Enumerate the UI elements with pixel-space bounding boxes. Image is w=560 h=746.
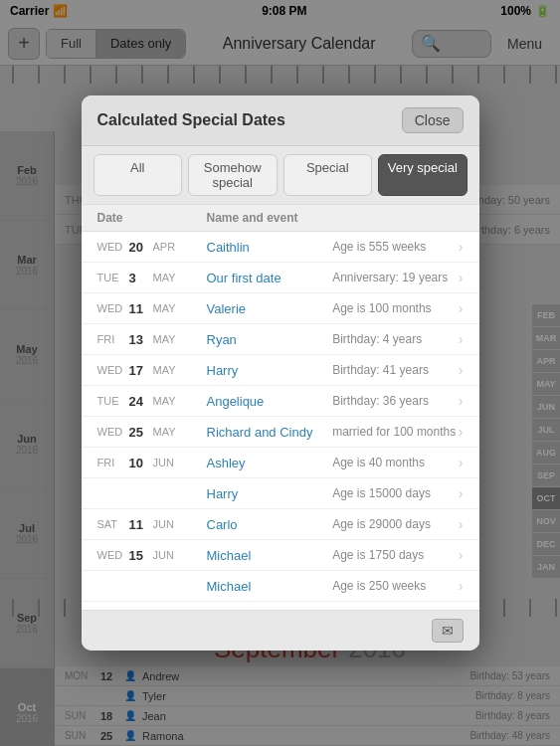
filter-tab-very-special[interactable]: Very special [378,154,467,196]
row-event: Age is 555 weeks [332,240,459,254]
row-person-name: Our first date [207,271,333,285]
row-month: MAY [153,272,176,283]
row-person-name: Michael [207,548,333,563]
table-row[interactable]: TUE 3 MAY Our first date Anniversary: 19… [82,263,479,293]
chevron-right-icon: › [459,578,464,594]
chevron-right-icon: › [459,393,464,409]
person-link[interactable]: Our first date [207,271,281,285]
filter-tab-all[interactable]: All [93,154,183,196]
table-header: Date Name and event [82,205,479,232]
row-month: JUN [153,518,174,530]
row-dow: WED [97,549,125,561]
row-day: 3 [129,271,149,285]
chevron-right-icon: › [459,424,464,440]
table-row[interactable]: THU 16 JUN Sarah Age is 600 months › [82,602,479,610]
row-dow: TUE [97,395,125,407]
col-header-date: Date [97,211,207,225]
chevron-right-icon: › [459,270,464,285]
row-dow: WED [97,426,125,438]
person-link[interactable]: Angelique [207,394,265,409]
email-button[interactable]: ✉ [432,619,464,643]
row-person-name: Harry [207,486,333,501]
filter-tab-somehow[interactable]: Somehow special [188,154,278,196]
table-row[interactable]: WED 25 MAY Richard and Cindy married for… [82,417,479,448]
row-person-name: Ashley [207,456,333,470]
col-header-name: Name and event [207,211,464,225]
row-person-name: Carlo [207,517,333,532]
row-day: 16 [129,610,149,611]
table-body: WED 20 APR Caithlin Age is 555 weeks › T… [82,232,479,610]
filter-tab-special[interactable]: Special [283,154,373,196]
row-dow: FRI [97,457,125,468]
person-link[interactable]: Harry [207,486,239,501]
row-dow: WED [97,241,125,253]
chevron-right-icon: › [459,239,464,255]
row-dow: FRI [97,333,125,345]
row-person-name: Ryan [207,332,333,347]
table-row[interactable]: SAT 11 JUN Carlo Age is 29000 days › [82,509,479,540]
row-day: 11 [129,517,149,532]
row-person-name: Caithlin [207,240,333,255]
row-month: MAY [153,395,176,407]
row-person-name: Valerie [207,301,333,316]
table-row[interactable]: WED 17 MAY Harry Birthday: 41 years › [82,355,479,386]
table-row[interactable]: Michael Age is 250 weeks › [82,571,479,602]
person-link[interactable]: Sarah [207,610,242,611]
row-event: married for 100 months [332,425,459,439]
chevron-right-icon: › [459,485,464,501]
row-person-name: Harry [207,363,333,378]
person-link[interactable]: Valerie [207,301,247,316]
modal: Calculated Special Dates Close All Someh… [82,95,479,651]
table-row[interactable]: WED 11 MAY Valerie Age is 100 months › [82,293,479,324]
table-row[interactable]: WED 15 JUN Michael Age is 1750 days › [82,540,479,571]
person-link[interactable]: Caithlin [207,240,250,255]
row-event: Birthday: 4 years [332,332,459,346]
table-row[interactable]: WED 20 APR Caithlin Age is 555 weeks › [82,232,479,263]
row-event: Birthday: 41 years [332,363,459,377]
person-link[interactable]: Ashley [207,456,246,470]
row-date: WED 20 APR [97,240,207,255]
row-month: JUN [153,457,174,468]
table-row[interactable]: TUE 24 MAY Angelique Birthday: 36 years … [82,386,479,417]
row-person-name: Michael [207,579,333,594]
person-link[interactable]: Ryan [207,332,237,347]
row-event: Age is 250 weeks [332,579,459,593]
row-dow: SAT [97,518,125,530]
table-row[interactable]: FRI 13 MAY Ryan Birthday: 4 years › [82,324,479,355]
row-dow: TUE [97,272,125,283]
modal-title: Calculated Special Dates [97,111,285,129]
person-link[interactable]: Richard and Cindy [207,425,313,440]
chevron-right-icon: › [459,455,464,470]
row-day: 13 [129,332,149,347]
row-month: MAY [153,302,176,314]
row-event: Age is 29000 days [332,517,459,531]
row-month: JUN [153,549,174,561]
person-link[interactable]: Harry [207,363,239,378]
row-event: Age is 15000 days [332,486,459,500]
chevron-right-icon: › [459,300,464,316]
row-date: WED 15 JUN [97,548,207,563]
row-date: THU 16 JUN [97,610,207,611]
chevron-right-icon: › [459,609,464,610]
row-date: SAT 11 JUN [97,517,207,532]
row-date: TUE 24 MAY [97,394,207,409]
row-person-name: Angelique [207,394,333,409]
person-link[interactable]: Michael [207,579,252,594]
chevron-right-icon: › [459,516,464,532]
row-day: 20 [129,240,149,255]
row-day: 15 [129,548,149,563]
person-link[interactable]: Carlo [207,517,238,532]
row-month: MAY [153,364,176,376]
row-dow: WED [97,302,125,314]
row-event: Anniversary: 19 years [332,271,459,284]
chevron-right-icon: › [459,547,464,563]
row-person-name: Richard and Cindy [207,425,333,440]
row-day: 24 [129,394,149,409]
row-person-name: Sarah [207,610,333,611]
close-button[interactable]: Close [402,107,464,133]
modal-header: Calculated Special Dates Close [82,95,479,146]
table-row[interactable]: Harry Age is 15000 days › [82,478,479,509]
person-link[interactable]: Michael [207,548,252,563]
table-row[interactable]: FRI 10 JUN Ashley Age is 40 months › [82,448,479,478]
row-date: FRI 10 JUN [97,456,207,470]
